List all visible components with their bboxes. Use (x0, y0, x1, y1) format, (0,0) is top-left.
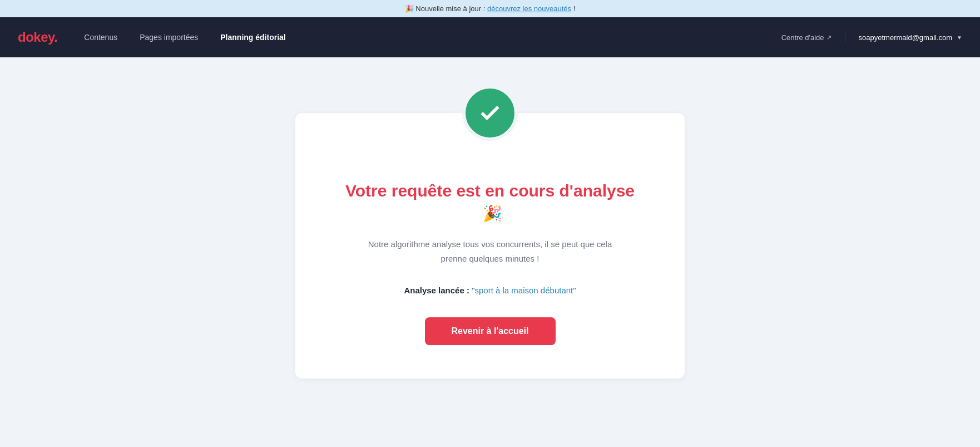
announcement-bar: 🎉 Nouvelle mise à jour : découvrez les n… (0, 0, 980, 17)
help-label: Centre d'aide (781, 33, 824, 42)
success-check-icon (462, 85, 518, 141)
nav-item-planning-editorial[interactable]: Planning éditorial (220, 33, 285, 42)
announcement-text-after: ! (571, 4, 575, 13)
announcement-text-before: 🎉 Nouvelle mise à jour : (405, 4, 487, 13)
navbar: dokey. Contenus Pages importées Planning… (0, 17, 980, 57)
title-emoji: 🎉 (483, 204, 502, 224)
main-content: Votre requête est en cours d'analyse 🎉 N… (0, 57, 980, 444)
back-to-home-button[interactable]: Revenir à l'accueil (425, 317, 556, 345)
success-title: Votre requête est en cours d'analyse 🎉 (340, 180, 640, 224)
analysis-keyword: "sport à la maison débutant" (472, 286, 576, 295)
success-subtitle: Notre algorithme analyse tous vos concur… (340, 237, 640, 266)
subtitle-line1: Notre algorithme analyse tous vos concur… (368, 239, 612, 249)
nav-item-contenus[interactable]: Contenus (84, 33, 117, 42)
navbar-right: Centre d'aide ↗ soapyetmermaid@gmail.com… (781, 33, 962, 42)
analysis-label: Analyse lancée : (404, 286, 469, 295)
success-title-text: Votre requête est en cours d'analyse (345, 181, 635, 200)
user-menu[interactable]: soapyetmermaid@gmail.com ▼ (859, 33, 962, 42)
announcement-link[interactable]: découvrez les nouveautés (487, 4, 571, 13)
logo[interactable]: dokey. (18, 30, 57, 45)
user-email: soapyetmermaid@gmail.com (859, 33, 953, 42)
success-card: Votre requête est en cours d'analyse 🎉 N… (295, 113, 685, 379)
logo-dot: . (54, 30, 57, 45)
nav-item-pages-importees[interactable]: Pages importées (140, 33, 198, 42)
check-circle-wrapper (462, 85, 518, 141)
main-nav: Contenus Pages importées Planning éditor… (84, 33, 781, 42)
external-link-icon: ↗ (826, 34, 831, 41)
checkmark-svg (478, 101, 502, 125)
help-link[interactable]: Centre d'aide ↗ (781, 33, 845, 42)
chevron-down-icon: ▼ (957, 35, 962, 41)
logo-text: dokey (18, 30, 54, 45)
subtitle-line2: prenne quelques minutes ! (441, 254, 540, 263)
analysis-info: Analyse lancée : "sport à la maison débu… (340, 286, 640, 295)
